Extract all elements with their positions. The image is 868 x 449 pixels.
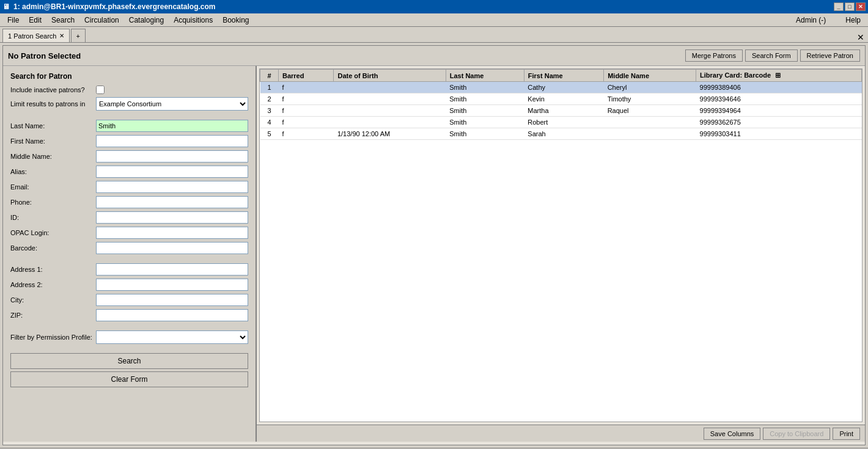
body-split: Search for Patron Include inactive patro… bbox=[3, 66, 865, 442]
cell-dob bbox=[334, 93, 446, 105]
window-controls[interactable]: _ □ ✕ bbox=[834, 2, 866, 11]
cell-middle-name bbox=[604, 128, 696, 140]
middle-name-label: Middle Name: bbox=[10, 153, 96, 160]
col-expand-icon[interactable]: ⊞ bbox=[775, 71, 781, 79]
id-label: ID: bbox=[10, 214, 96, 221]
menu-circulation[interactable]: Circulation bbox=[79, 15, 124, 26]
results-panel: # Barred Date of Birth Last Name First N… bbox=[257, 66, 865, 442]
cell-last-name: Smith bbox=[446, 93, 524, 105]
cell-middle-name: Cheryl bbox=[604, 82, 696, 93]
tab-add[interactable]: + bbox=[71, 29, 86, 42]
cell-num: 3 bbox=[260, 105, 279, 117]
col-barcode: Library Card: Barcode ⊞ bbox=[696, 70, 862, 82]
tab-bar-close[interactable]: ✕ bbox=[857, 32, 864, 42]
restore-button[interactable]: □ bbox=[845, 2, 855, 11]
cell-middle-name: Timothy bbox=[604, 93, 696, 105]
search-button[interactable]: Search bbox=[10, 353, 248, 369]
table-row[interactable]: 2 f Smith Kevin Timothy 99999394646 bbox=[260, 93, 862, 105]
menu-admin[interactable]: Admin (-) bbox=[791, 15, 831, 26]
cell-dob: 1/13/90 12:00 AM bbox=[334, 128, 446, 140]
col-num: # bbox=[260, 70, 279, 82]
last-name-label: Last Name: bbox=[10, 122, 96, 130]
cell-num: 1 bbox=[260, 82, 279, 93]
cell-dob bbox=[334, 82, 446, 93]
middle-name-input[interactable] bbox=[96, 150, 248, 162]
bottom-bar: Save Columns Copy to Clipboard Print bbox=[257, 425, 865, 442]
opac-login-input[interactable] bbox=[96, 227, 248, 239]
no-patron-label: No Patron Selected bbox=[8, 51, 81, 60]
menu-acquisitions[interactable]: Acquisitions bbox=[169, 15, 218, 26]
cell-last-name: Smith bbox=[446, 128, 524, 140]
merge-patrons-button[interactable]: Merge Patrons bbox=[685, 49, 743, 62]
include-inactive-checkbox[interactable] bbox=[96, 86, 105, 94]
cell-first-name: Kevin bbox=[524, 93, 603, 105]
save-columns-button[interactable]: Save Columns bbox=[704, 428, 761, 440]
menu-cataloging[interactable]: Cataloging bbox=[124, 15, 169, 26]
city-input[interactable] bbox=[96, 294, 248, 306]
city-row: City: bbox=[10, 294, 248, 306]
menu-edit[interactable]: Edit bbox=[24, 15, 46, 26]
address2-input[interactable] bbox=[96, 279, 248, 291]
cell-first-name: Cathy bbox=[524, 82, 603, 93]
cell-middle-name bbox=[604, 117, 696, 128]
tab-close-icon[interactable]: ✕ bbox=[59, 32, 64, 39]
barcode-row: Barcode: bbox=[10, 242, 248, 254]
table-row[interactable]: 3 f Smith Martha Raquel 99999394964 bbox=[260, 105, 862, 117]
main-content: No Patron Selected Merge Patrons Search … bbox=[2, 45, 866, 445]
zip-input[interactable] bbox=[96, 309, 248, 321]
cell-dob bbox=[334, 117, 446, 128]
alias-row: Alias: bbox=[10, 166, 248, 178]
first-name-row: First Name: bbox=[10, 135, 248, 147]
limit-results-row: Limit results to patrons in Example Cons… bbox=[10, 97, 248, 111]
menu-search[interactable]: Search bbox=[46, 15, 79, 26]
barcode-input[interactable] bbox=[96, 242, 248, 254]
menu-help[interactable]: Help bbox=[840, 15, 866, 26]
address1-input[interactable] bbox=[96, 263, 248, 276]
include-inactive-row: Include inactive patrons? bbox=[10, 86, 248, 94]
cell-barcode: 99999362675 bbox=[696, 117, 862, 128]
cell-barcode: 99999394964 bbox=[696, 105, 862, 117]
cell-barcode: 99999389406 bbox=[696, 82, 862, 93]
table-row[interactable]: 1 f Smith Cathy Cheryl 99999389406 bbox=[260, 82, 862, 93]
cell-first-name: Sarah bbox=[524, 128, 603, 140]
col-middle-name: Middle Name bbox=[604, 70, 696, 82]
tab-bar: 1 Patron Search ✕ + ✕ bbox=[0, 27, 868, 43]
clear-form-button[interactable]: Clear Form bbox=[10, 371, 248, 387]
close-button[interactable]: ✕ bbox=[856, 2, 866, 11]
cell-barred: f bbox=[279, 117, 334, 128]
cell-first-name: Robert bbox=[524, 117, 603, 128]
email-input[interactable] bbox=[96, 181, 248, 193]
first-name-label: First Name: bbox=[10, 137, 96, 145]
cell-barcode: 99999394646 bbox=[696, 93, 862, 105]
menu-file[interactable]: File bbox=[2, 15, 24, 26]
copy-to-clipboard-button[interactable]: Copy to Clipboard bbox=[763, 428, 830, 440]
search-form-button[interactable]: Search Form bbox=[745, 49, 798, 62]
results-tbody: 1 f Smith Cathy Cheryl 99999389406 2 f S… bbox=[260, 82, 862, 140]
tab-patron-search-label: 1 Patron Search bbox=[8, 32, 57, 40]
minimize-button[interactable]: _ bbox=[834, 2, 844, 11]
title-bar-text: 1: admin@BR1-winxpvmfx.phasefx.evergreen… bbox=[13, 2, 215, 11]
menu-booking[interactable]: Booking bbox=[218, 15, 254, 26]
results-table-container: # Barred Date of Birth Last Name First N… bbox=[259, 68, 862, 422]
zip-row: ZIP: bbox=[10, 309, 248, 321]
cell-num: 4 bbox=[260, 117, 279, 128]
first-name-input[interactable] bbox=[96, 135, 248, 147]
phone-input[interactable] bbox=[96, 196, 248, 208]
tab-patron-search[interactable]: 1 Patron Search ✕ bbox=[2, 29, 70, 42]
email-row: Email: bbox=[10, 181, 248, 193]
limit-results-select[interactable]: Example Consortium bbox=[96, 97, 248, 111]
table-row[interactable]: 5 f 1/13/90 12:00 AM Smith Sarah 9999930… bbox=[260, 128, 862, 140]
cell-barcode: 99999303411 bbox=[696, 128, 862, 140]
email-label: Email: bbox=[10, 183, 96, 191]
filter-select[interactable] bbox=[96, 330, 248, 344]
alias-input[interactable] bbox=[96, 166, 248, 178]
last-name-input[interactable] bbox=[96, 120, 248, 132]
cell-barred: f bbox=[279, 105, 334, 117]
barcode-label: Barcode: bbox=[10, 244, 96, 252]
header-bar: No Patron Selected Merge Patrons Search … bbox=[3, 46, 865, 66]
retrieve-patron-button[interactable]: Retrieve Patron bbox=[800, 49, 860, 62]
cell-barred: f bbox=[279, 128, 334, 140]
id-input[interactable] bbox=[96, 211, 248, 224]
table-row[interactable]: 4 f Smith Robert 99999362675 bbox=[260, 117, 862, 128]
print-button[interactable]: Print bbox=[833, 428, 860, 440]
